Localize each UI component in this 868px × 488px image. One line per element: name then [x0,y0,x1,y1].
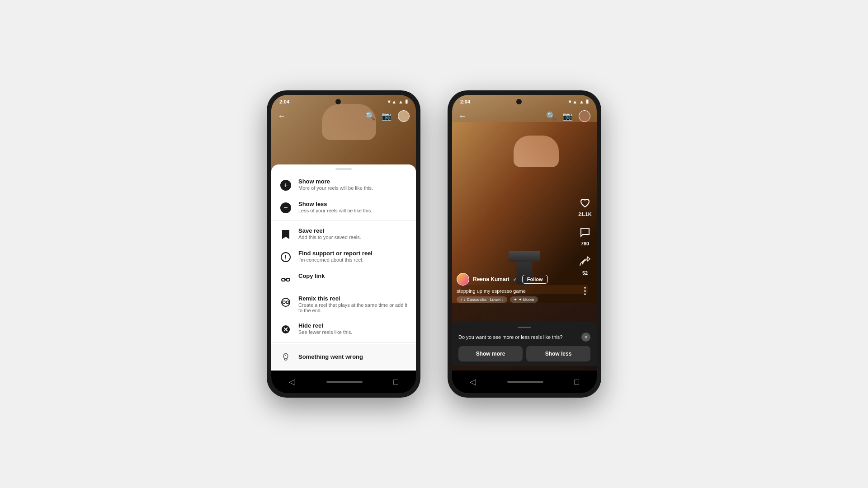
close-icon: × [585,334,587,340]
svg-point-6 [283,301,285,304]
camera-icon[interactable]: 📷 [382,111,392,121]
wifi-icon: ▲ [398,99,403,104]
svg-point-11 [284,358,287,360]
bottom-sheet: + Show more More of your reels will be l… [271,164,416,371]
battery-icon-2: ▮ [586,99,589,104]
sheet-item-show-less[interactable]: − Show less Less of your reels will be l… [271,196,416,219]
report-text: Find support or report reel I'm concerne… [298,250,408,263]
verified-badge: ✔ [513,277,517,282]
square-nav-btn[interactable]: □ [389,373,403,391]
prompt-indicator [518,327,531,328]
share-button[interactable]: 52 [578,254,592,276]
status-time: 2:04 [279,99,289,104]
sheet-item-hide-reel[interactable]: Hide reel See fewer reels like this. [271,318,416,340]
home-indicator[interactable] [326,381,363,383]
like-icon [578,196,592,210]
sheet-item-show-more[interactable]: + Show more More of your reels will be l… [271,174,416,196]
prompt-show-more-button[interactable]: Show more [458,346,523,361]
more-options-button[interactable] [578,284,592,298]
search-icon-2[interactable]: 🔍 [546,111,556,121]
comment-count: 780 [581,241,589,246]
sheet-handle [335,168,352,170]
reel-username: Reena Kumari [473,276,509,282]
signal-icon-2: ▼▲ [567,99,577,104]
notch-2 [516,99,522,104]
back-button[interactable]: ← [278,112,286,121]
prompt-show-less-button[interactable]: Show less [526,346,590,361]
reel-info: Reena Kumari ✔ Follow stepping up my esp… [457,273,574,303]
prompt-close-button[interactable]: × [581,333,590,342]
sheet-item-save-reel[interactable]: Save reel Add this to your saved reels. [271,223,416,245]
camera-icon-2[interactable]: 📷 [562,111,572,121]
music-note-icon-1: ♪ [460,297,462,302]
sheet-item-report[interactable]: ! Find support or report reel I'm concer… [271,245,416,268]
svg-point-12 [285,355,286,356]
notch [335,99,341,104]
show-less-text: Show less Less of your reels will be lik… [298,201,408,213]
avatar[interactable] [398,110,410,122]
avatar-2[interactable] [579,110,590,122]
svg-text:!: ! [285,254,287,261]
show-more-icon: + [279,179,292,192]
bottom-prompt: Do you want to see more or less reels li… [452,321,597,366]
top-nav: ← 🔍 📷 [271,108,416,125]
music-label-2: ✦ bloom [519,297,534,302]
copy-link-text: Copy link [298,272,408,279]
svg-point-14 [584,290,586,292]
link-icon [279,273,292,286]
square-nav-btn-2[interactable]: □ [570,373,584,391]
back-nav-btn[interactable]: ◁ [284,372,300,391]
error-icon [279,351,292,363]
action-sidebar: 21.1K 780 52 [578,196,592,298]
svg-point-7 [286,301,289,304]
reel-user-row: Reena Kumari ✔ Follow [457,273,574,286]
comment-button[interactable]: 780 [578,225,592,246]
svg-point-15 [584,293,586,295]
divider-2 [271,342,416,343]
music-tag-1[interactable]: ♪ ♪ Cassandra · Lower › [457,296,507,303]
sheet-item-error[interactable]: Something went wrong [271,344,416,369]
back-nav-btn-2[interactable]: ◁ [465,372,481,391]
status-time-2: 2:04 [460,99,470,104]
music-tags: ♪ ♪ Cassandra · Lower › ✦ ✦ bloom [457,296,574,303]
music-tag-2[interactable]: ✦ ✦ bloom [510,296,538,303]
x-icon [279,323,292,336]
sparkle-icon: ✦ [514,297,517,302]
back-button-2[interactable]: ← [458,112,467,121]
reel-caption: stepping up my espresso game [457,288,574,294]
bookmark-icon [279,228,292,241]
bottom-nav-1: ◁ □ [271,371,416,393]
share-count: 52 [582,270,588,276]
prompt-buttons: Show more Show less [458,346,590,361]
sheet-item-remix[interactable]: Remix this reel Create a reel that plays… [271,291,416,318]
home-indicator-2[interactable] [507,381,543,383]
prompt-text: Do you want to see more or less reels li… [458,334,563,340]
phone-2: 2:04 ▼▲ ▲ ▮ ← 🔍 📷 [448,90,601,398]
top-nav-2: ← 🔍 📷 [452,108,597,125]
battery-icon: ▮ [405,99,408,104]
status-icons-2: ▼▲ ▲ ▮ [567,99,589,104]
like-button[interactable]: 21.1K [578,196,592,217]
wifi-icon-2: ▲ [579,99,584,104]
share-icon [578,254,592,269]
show-less-icon: − [279,202,292,214]
like-count: 21.1K [578,211,591,217]
show-more-text: Show more More of your reels will be lik… [298,178,408,191]
signal-icon: ▼▲ [387,99,396,104]
search-icon[interactable]: 🔍 [365,111,375,121]
status-bar: 2:04 ▼▲ ▲ ▮ [271,95,416,106]
remix-icon [279,296,292,309]
bottom-nav-2: ◁ □ [452,371,597,393]
error-title: Something went wrong [298,353,363,360]
comment-icon [578,225,592,239]
reel-avatar [457,273,469,286]
phone-1: 2:04 ▼▲ ▲ ▮ ← 🔍 📷 + [267,90,420,398]
sheet-item-copy-link[interactable]: Copy link [271,268,416,291]
music-label-1: ♪ Cassandra · Lower › [464,297,504,302]
save-reel-text: Save reel Add this to your saved reels. [298,227,408,240]
remix-text: Remix this reel Create a reel that plays… [298,295,408,313]
divider-1 [271,221,416,221]
more-icon [578,284,592,298]
status-bar-2: 2:04 ▼▲ ▲ ▮ [452,95,597,106]
follow-button[interactable]: Follow [522,275,548,284]
